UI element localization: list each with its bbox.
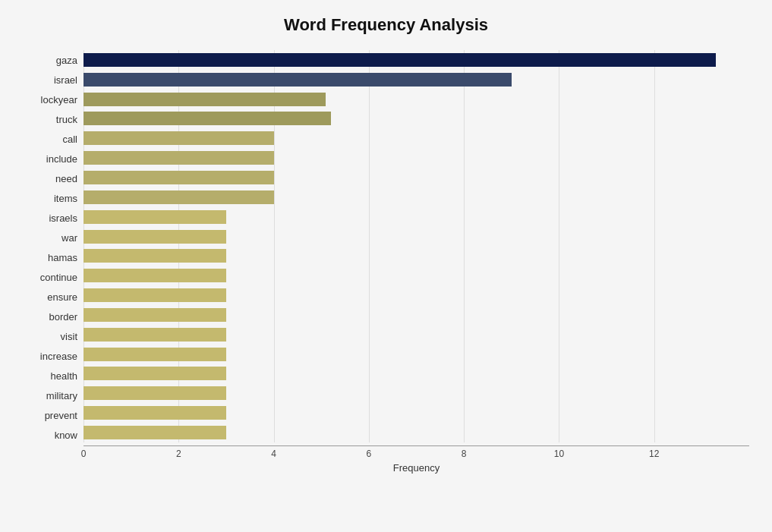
bar-row (84, 326, 749, 343)
bar-row (84, 424, 749, 441)
bar-row (84, 209, 749, 225)
y-label: call (23, 134, 84, 144)
y-label: increase (23, 351, 84, 361)
bar (84, 348, 226, 361)
y-label: gaza (23, 55, 84, 65)
bars-container (84, 50, 749, 442)
x-tick: 10 (554, 449, 564, 459)
bar-row (84, 365, 749, 382)
y-label: israel (23, 75, 84, 85)
x-axis-label: Frequency (84, 462, 749, 474)
grid-line (84, 50, 84, 442)
bar-row (84, 130, 749, 146)
y-label: know (23, 430, 84, 440)
bar (84, 210, 226, 224)
y-label: health (23, 371, 84, 381)
bar-row (84, 169, 749, 186)
bar (84, 112, 331, 125)
bar (84, 230, 226, 244)
y-label: need (23, 174, 84, 184)
bar (84, 131, 274, 145)
bar-row (84, 346, 749, 363)
bar (84, 151, 274, 165)
bar (84, 328, 226, 342)
y-label: ensure (23, 292, 84, 302)
x-tick: 12 (649, 449, 659, 459)
bar (84, 249, 226, 263)
bar-row (84, 52, 749, 68)
x-tick: 6 (367, 449, 372, 459)
grid-line (654, 50, 655, 442)
x-axis-line (84, 445, 749, 446)
y-label: border (23, 312, 84, 322)
bar-row (84, 71, 749, 88)
chart-container: Word Frequency Analysis gazaisraellockye… (0, 0, 772, 532)
bar (84, 308, 226, 322)
grid-line (464, 50, 465, 442)
bar-row (84, 189, 749, 206)
bar-row (84, 247, 749, 264)
y-label: truck (23, 115, 84, 124)
bar-row (84, 267, 749, 284)
grid-line (274, 50, 275, 442)
y-label: lockyear (23, 95, 84, 105)
x-axis: 024681012 Frequency (84, 445, 749, 476)
bar (84, 426, 226, 439)
bar (84, 190, 274, 204)
bar-row (84, 307, 749, 323)
bar-row (84, 150, 749, 166)
bar (84, 367, 226, 380)
chart-area: gazaisraellockyeartruckcallincludeneedit… (23, 50, 749, 476)
bar-row (84, 110, 749, 127)
bar-row (84, 405, 749, 421)
y-label: israels (23, 213, 84, 223)
y-label: items (23, 194, 84, 203)
bar (84, 73, 512, 87)
y-label: prevent (23, 411, 84, 420)
grid-lines (84, 50, 749, 442)
chart-title: Word Frequency Analysis (23, 15, 749, 35)
bar-row (84, 385, 749, 401)
bar (84, 269, 226, 282)
y-axis: gazaisraellockyeartruckcallincludeneedit… (23, 50, 84, 476)
y-label: continue (23, 272, 84, 282)
bar-row (84, 228, 749, 245)
grid-line (559, 50, 559, 442)
x-tick: 0 (81, 449, 87, 459)
bar (84, 53, 716, 67)
grid-line (178, 50, 179, 442)
bar (84, 406, 226, 420)
bar (84, 171, 274, 184)
bar (84, 93, 326, 106)
x-tick: 4 (271, 449, 276, 459)
bar-row (84, 91, 749, 108)
x-tick: 8 (462, 449, 467, 459)
x-tick: 2 (176, 449, 181, 459)
bar-row (84, 287, 749, 304)
y-label: include (23, 154, 84, 164)
grid-line (369, 50, 370, 442)
y-label: visit (23, 332, 84, 342)
bar (84, 288, 226, 302)
y-label: military (23, 391, 84, 401)
bar (84, 386, 226, 400)
y-label: hamas (23, 253, 84, 263)
plot-area: 024681012 Frequency (84, 50, 749, 476)
y-label: war (23, 233, 84, 243)
